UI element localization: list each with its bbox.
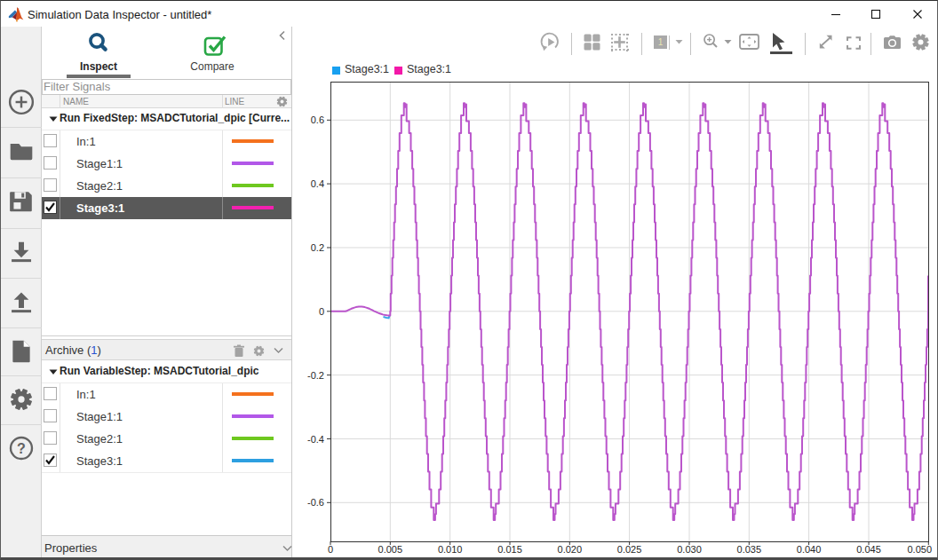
svg-text:0.005: 0.005: [378, 544, 403, 555]
svg-text:0.4: 0.4: [311, 178, 324, 189]
svg-text:-0.6: -0.6: [307, 497, 324, 508]
svg-text:-0.4: -0.4: [307, 434, 324, 445]
svg-text:0.020: 0.020: [558, 544, 583, 555]
svg-text:0.010: 0.010: [438, 544, 463, 555]
svg-text:0.015: 0.015: [497, 544, 522, 555]
svg-text:0.6: 0.6: [311, 114, 324, 125]
svg-text:0.050: 0.050: [907, 544, 932, 555]
svg-text:0: 0: [319, 306, 324, 317]
svg-text:-0.2: -0.2: [307, 370, 324, 381]
svg-text:0: 0: [328, 544, 333, 555]
svg-text:0.035: 0.035: [737, 544, 762, 555]
svg-text:0.040: 0.040: [797, 544, 822, 555]
svg-text:0.025: 0.025: [617, 544, 642, 555]
svg-text:0.045: 0.045: [856, 544, 881, 555]
svg-text:?: ?: [17, 440, 26, 456]
svg-text:0.2: 0.2: [311, 242, 324, 253]
svg-text:0.030: 0.030: [677, 544, 702, 555]
